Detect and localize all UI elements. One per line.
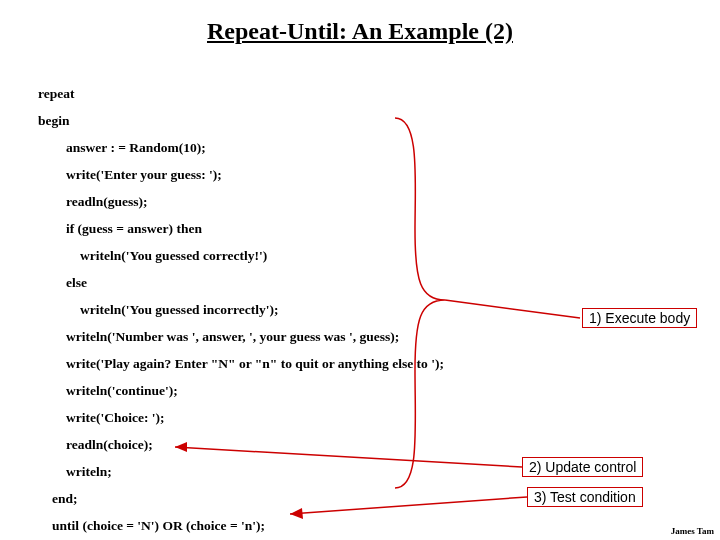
callout-test-condition: 3) Test condition [527,487,643,507]
code-line: writeln('continue'); [38,377,444,404]
code-line: writeln; [38,458,444,485]
slide-title: Repeat-Until: An Example (2) [0,18,720,45]
code-line: end; [38,485,444,512]
footer-credit: James Tam [671,526,714,536]
code-line: until (choice = 'N') OR (choice = 'n'); [38,512,444,539]
code-line: write('Play again? Enter "N" or "n" to q… [38,350,444,377]
code-line: begin [38,107,444,134]
code-line: answer : = Random(10); [38,134,444,161]
code-line: writeln('You guessed incorrectly'); [38,296,444,323]
code-block: repeat begin answer : = Random(10); writ… [38,80,444,539]
code-line: if (guess = answer) then [38,215,444,242]
code-line: writeln('You guessed correctly!') [38,242,444,269]
code-line: else [38,269,444,296]
code-line: write('Choice: '); [38,404,444,431]
callout-execute-body: 1) Execute body [582,308,697,328]
callout-update-control: 2) Update control [522,457,643,477]
code-line: readln(choice); [38,431,444,458]
code-line: repeat [38,80,444,107]
code-line: write('Enter your guess: '); [38,161,444,188]
code-line: writeln('Number was ', answer, ', your g… [38,323,444,350]
svg-line-0 [445,300,580,318]
code-line: readln(guess); [38,188,444,215]
